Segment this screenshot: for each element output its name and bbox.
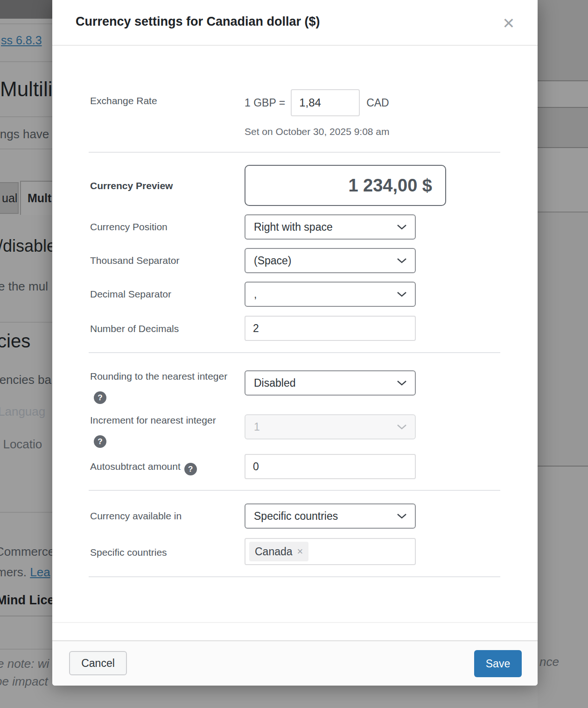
license-heading-fragment: Mind Lice <box>0 593 52 608</box>
selected-value: Right with space <box>254 221 333 233</box>
section-divider <box>89 352 500 353</box>
modal-footer: Cancel Save <box>52 640 538 686</box>
currency-settings-modal: Currency settings for Canadian dollar ($… <box>52 0 538 686</box>
page-band <box>538 467 588 708</box>
currency-preview-value: 1 234,00 $ <box>245 165 446 206</box>
dimmed-page-right: nce <box>538 0 588 708</box>
tab-multicurrency: Mult <box>20 181 52 215</box>
modal-header: Currency settings for Canadian dollar ($… <box>52 0 538 46</box>
table-header-fragment: Languag <box>0 404 45 419</box>
chevron-down-icon <box>396 290 407 298</box>
chevron-down-icon <box>396 423 407 431</box>
divider <box>0 149 52 149</box>
divider <box>0 649 52 650</box>
divider <box>0 116 52 117</box>
tab-multilingual: ual <box>0 182 19 214</box>
thousand-separator-select[interactable]: (Space) <box>245 248 416 273</box>
decimal-separator-label: Decimal Separator <box>90 285 235 304</box>
content-bottom-border <box>52 622 538 623</box>
increment-select: 1 <box>245 414 416 439</box>
selected-value: (Space) <box>254 255 292 267</box>
body-text-fragment: mers. Lea <box>0 565 50 580</box>
currencies-heading-fragment: cies <box>0 331 30 352</box>
chevron-down-icon <box>396 223 407 231</box>
body-text-fragment: t Locatio <box>0 437 42 452</box>
page-band <box>538 148 588 212</box>
divider <box>0 512 52 513</box>
body-text-fragment: Commerce <box>0 545 52 559</box>
page-band <box>538 0 588 80</box>
rounding-label: Rounding to the nearest integer? <box>90 367 230 404</box>
page-band <box>538 212 588 466</box>
help-icon[interactable]: ? <box>94 391 106 404</box>
selected-value: 1 <box>254 421 260 433</box>
help-icon[interactable]: ? <box>94 435 106 448</box>
exchange-rate-label: Exchange Rate <box>90 92 235 110</box>
tab-label: ual <box>2 191 17 205</box>
selected-value: Disabled <box>254 377 296 389</box>
rounding-select[interactable]: Disabled <box>245 370 416 396</box>
admin-bar <box>0 0 52 19</box>
increment-label: Increment for nearest integer? <box>90 411 230 448</box>
selected-value: , <box>254 288 257 300</box>
selected-value: Specific countries <box>254 510 338 522</box>
divider <box>0 616 52 616</box>
country-tag: Canada × <box>249 542 308 561</box>
autosubtract-label: Autosubtract amount? <box>90 457 235 476</box>
learn-more-link: Lea <box>30 565 50 579</box>
divider <box>0 61 52 62</box>
rounding-label-text: Rounding to the nearest integer <box>90 371 227 382</box>
help-icon[interactable]: ? <box>184 463 197 475</box>
autosubtract-input[interactable] <box>245 454 416 479</box>
body-text-fragment: mers. <box>0 565 30 579</box>
screen: ss 6.8.3 Multili ings have ual Mult /dis… <box>0 0 588 708</box>
chevron-down-icon <box>396 512 407 520</box>
note-text-fragment: nce <box>539 655 559 669</box>
note-text-fragment: e note: wi <box>0 657 49 671</box>
note-text-fragment: be impact <box>0 674 48 689</box>
close-icon[interactable]: ✕ <box>498 13 519 34</box>
section-divider <box>89 576 500 577</box>
exchange-rate-row: 1 GBP = CAD <box>245 89 389 117</box>
wp-version-link: ss 6.8.3 <box>1 34 42 47</box>
increment-label-text: Increment for nearest integer <box>90 415 216 425</box>
thousand-separator-label: Thousand Separator <box>90 251 235 270</box>
divider <box>0 322 52 323</box>
exchange-rate-prefix: 1 GBP = <box>245 97 285 109</box>
divider <box>0 23 52 24</box>
currency-position-label: Currency Position <box>90 218 235 236</box>
body-text-fragment: e the mul <box>0 279 48 294</box>
chevron-down-icon <box>396 379 407 387</box>
cancel-button[interactable]: Cancel <box>69 651 127 675</box>
section-divider <box>89 490 500 491</box>
tab-label: Mult <box>28 191 51 205</box>
section-divider <box>89 152 500 153</box>
available-in-label: Currency available in <box>90 507 235 525</box>
specific-countries-field[interactable]: Canada × <box>245 538 416 565</box>
exchange-rate-set-on: Set on October 30, 2025 9:08 am <box>245 126 390 137</box>
section-heading-fragment: /disable <box>0 236 52 256</box>
currency-position-select[interactable]: Right with space <box>245 214 416 240</box>
number-of-decimals-input[interactable] <box>245 316 416 341</box>
modal-title: Currency settings for Canadian dollar ($… <box>76 14 320 29</box>
autosubtract-label-text: Autosubtract amount <box>90 461 181 472</box>
save-button[interactable]: Save <box>474 650 522 677</box>
remove-tag-icon[interactable]: × <box>297 545 303 558</box>
currency-preview-label: Currency Preview <box>90 177 235 195</box>
page-band <box>538 81 588 107</box>
page-heading-fragment: Multili <box>0 78 52 101</box>
available-in-select[interactable]: Specific countries <box>245 503 416 529</box>
number-of-decimals-label: Number of Decimals <box>90 319 235 338</box>
chevron-down-icon <box>396 257 407 264</box>
specific-countries-label: Specific countries <box>90 543 235 562</box>
notice-text-fragment: ings have <box>0 127 49 142</box>
exchange-rate-input[interactable] <box>291 89 360 116</box>
exchange-rate-suffix: CAD <box>366 97 389 109</box>
dimmed-page-left: ss 6.8.3 Multili ings have ual Mult /dis… <box>0 0 52 708</box>
country-tag-label: Canada <box>255 545 293 558</box>
body-text-fragment: rencies ba <box>0 373 51 387</box>
decimal-separator-select[interactable]: , <box>245 282 416 307</box>
page-band <box>538 108 588 147</box>
